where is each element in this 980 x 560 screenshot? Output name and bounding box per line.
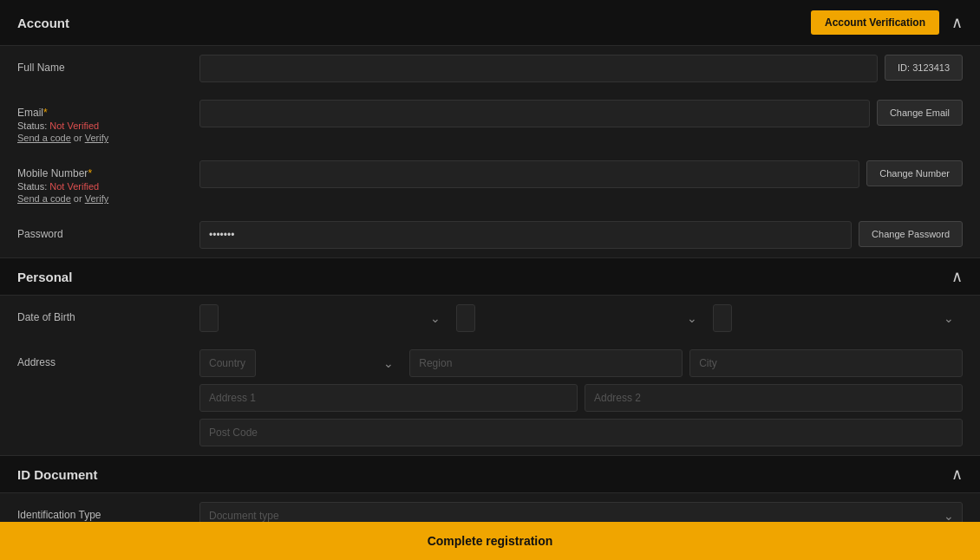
- change-email-button[interactable]: Change Email: [877, 100, 963, 126]
- identification-type-label: Identification Type: [17, 502, 191, 521]
- full-name-input[interactable]: [199, 55, 878, 82]
- address-label: Address: [17, 349, 191, 368]
- personal-form-section: Date of Birth: [0, 296, 980, 455]
- password-inputs: Change Password: [199, 221, 963, 249]
- password-label: Password: [17, 221, 191, 240]
- account-section-header: Account Account Verification ∧: [0, 0, 980, 46]
- country-region-city-row: Country: [199, 349, 963, 377]
- mobile-row: Mobile Number* Status: Not Verified Send…: [17, 152, 963, 212]
- id-document-title: ID Document: [17, 467, 98, 482]
- mobile-status: Status: Not Verified: [17, 181, 191, 192]
- mobile-not-verified: Not Verified: [49, 181, 99, 192]
- address1-input[interactable]: [199, 384, 578, 412]
- email-send-code-link[interactable]: Send a code: [17, 133, 71, 143]
- email-verify-link[interactable]: Verify: [85, 133, 109, 143]
- city-input[interactable]: [689, 349, 963, 377]
- dob-selects: [199, 304, 963, 332]
- account-chevron-icon: ∧: [951, 15, 963, 30]
- email-input[interactable]: [199, 100, 870, 127]
- address-row: Address Country: [17, 341, 963, 455]
- country-wrapper: Country: [199, 349, 402, 377]
- password-input[interactable]: [199, 221, 852, 249]
- full-name-row: Full Name ID: 3123413: [17, 46, 963, 91]
- country-select[interactable]: Country: [199, 349, 256, 377]
- mobile-inputs: Change Number: [199, 160, 963, 188]
- password-row: Password Change Password: [17, 212, 963, 257]
- email-status: Status: Not Verified: [17, 120, 191, 131]
- personal-chevron-icon: ∧: [951, 269, 963, 284]
- complete-registration-button[interactable]: Complete registration: [0, 522, 980, 560]
- account-form-section: Full Name ID: 3123413 Email* Status: Not…: [0, 46, 980, 257]
- complete-btn-wrapper: Complete registration: [0, 522, 980, 560]
- account-header-right: Account Verification ∧: [811, 10, 963, 35]
- email-label: Email* Status: Not Verified Send a code …: [17, 100, 191, 143]
- email-verify-links: Send a code or Verify: [17, 133, 191, 143]
- address-1-2-row: [199, 384, 963, 412]
- dob-day-select[interactable]: [199, 304, 219, 332]
- dob-month-wrapper: [456, 304, 706, 332]
- dob-year-select[interactable]: [713, 304, 732, 332]
- dob-day-wrapper: [199, 304, 449, 332]
- mobile-input[interactable]: [199, 160, 859, 188]
- change-password-button[interactable]: Change Password: [859, 221, 963, 247]
- mobile-verify-link[interactable]: Verify: [85, 193, 109, 204]
- page-wrapper: Account Account Verification ∧ Full Name…: [0, 0, 980, 560]
- id-document-section-header: ID Document ∧: [0, 456, 980, 493]
- email-inputs: Change Email: [199, 100, 963, 127]
- full-name-inputs: ID: 3123413: [199, 55, 963, 82]
- mobile-verify-links: Send a code or Verify: [17, 193, 191, 204]
- dob-month-select[interactable]: [456, 304, 475, 332]
- mobile-send-code-link[interactable]: Send a code: [17, 193, 71, 204]
- dob-row: Date of Birth: [17, 296, 963, 341]
- postcode-input[interactable]: [199, 419, 963, 446]
- id-document-chevron-icon: ∧: [951, 466, 963, 482]
- change-number-button[interactable]: Change Number: [866, 160, 963, 186]
- full-name-label: Full Name: [17, 55, 191, 74]
- user-id-badge: ID: 3123413: [885, 55, 963, 81]
- mobile-label: Mobile Number* Status: Not Verified Send…: [17, 160, 191, 204]
- address-fields: Country: [199, 349, 963, 446]
- personal-title: Personal: [17, 270, 72, 284]
- personal-section-header: Personal ∧: [0, 258, 980, 296]
- account-verification-button[interactable]: Account Verification: [811, 10, 939, 35]
- address2-input[interactable]: [585, 384, 963, 412]
- dob-label: Date of Birth: [17, 304, 191, 323]
- email-not-verified: Not Verified: [49, 120, 99, 131]
- region-input[interactable]: [409, 349, 683, 377]
- email-row: Email* Status: Not Verified Send a code …: [17, 91, 963, 152]
- dob-year-wrapper: [713, 304, 963, 332]
- account-title: Account: [17, 16, 69, 30]
